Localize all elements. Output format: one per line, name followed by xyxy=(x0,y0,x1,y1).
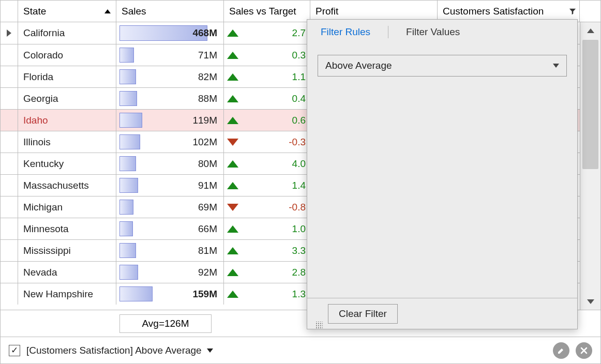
svt-value: 2.7 xyxy=(244,27,306,39)
scroll-thumb[interactable] xyxy=(582,40,598,169)
scroll-up-button[interactable] xyxy=(580,22,600,39)
trend-down-icon xyxy=(227,204,238,211)
state-cell: Minnesota xyxy=(18,218,116,239)
clear-filter-button[interactable] xyxy=(576,342,592,359)
svt-value: 1.1 xyxy=(244,71,306,83)
resize-grip-icon[interactable] xyxy=(315,322,323,329)
sales-cell: 71M xyxy=(116,44,224,66)
state-cell: Colorado xyxy=(18,44,116,66)
state-cell: Nevada xyxy=(18,262,116,283)
sales-bar xyxy=(119,200,133,215)
tab-filter-values[interactable]: Filter Values xyxy=(404,21,462,43)
column-header-sales[interactable]: Sales xyxy=(116,1,224,22)
sales-value: 81M xyxy=(198,245,219,256)
sales-vs-target-cell: 2.8 xyxy=(224,262,310,283)
sales-vs-target-cell: 0.4 xyxy=(224,88,310,109)
expand-cell xyxy=(1,175,18,196)
sales-cell: 102M xyxy=(116,131,224,153)
expand-cell xyxy=(1,196,18,218)
sales-vs-target-cell: 1.1 xyxy=(224,66,310,87)
state-cell: Georgia xyxy=(18,88,116,109)
vertical-scrollbar[interactable] xyxy=(580,22,600,310)
clear-filter-popup-button[interactable]: Clear Filter xyxy=(328,304,398,324)
clear-filter-label: Clear Filter xyxy=(339,308,387,320)
column-header-label: Sales vs Target xyxy=(229,6,296,17)
filter-rule-combobox[interactable]: Above Average xyxy=(318,55,567,77)
sales-cell: 91M xyxy=(116,175,224,196)
trend-up-icon xyxy=(227,160,238,168)
expand-cell xyxy=(1,283,18,305)
sales-bar xyxy=(119,265,138,280)
svt-value: 0.4 xyxy=(244,93,306,104)
sales-bar xyxy=(119,243,136,258)
trend-up-icon xyxy=(227,291,238,298)
expand-cell xyxy=(1,66,18,87)
expand-cell xyxy=(1,88,18,109)
sales-bar xyxy=(119,134,140,149)
app-root: State Sales Sales vs Target Profit Custo… xyxy=(0,0,601,364)
expand-icon xyxy=(7,29,11,37)
trend-up-icon xyxy=(227,29,238,37)
column-header-label: Customers Satisfaction xyxy=(443,6,544,17)
state-cell: Massachusetts xyxy=(18,175,116,196)
sales-vs-target-cell: 4.0 xyxy=(224,153,310,174)
column-header-customers-satisfaction[interactable]: Customers Satisfaction xyxy=(438,1,580,22)
sales-cell: 69M xyxy=(116,196,224,218)
expand-cell xyxy=(1,218,18,239)
filter-expression[interactable]: [Customers Satisfaction] Above Average xyxy=(26,345,547,356)
filter-active-icon[interactable] xyxy=(569,8,576,15)
expand-cell[interactable] xyxy=(1,22,18,44)
sales-bar xyxy=(119,113,142,128)
sales-cell: 88M xyxy=(116,88,224,109)
chevron-down-icon xyxy=(207,348,213,353)
state-cell: California xyxy=(18,22,116,44)
sales-bar xyxy=(119,91,137,106)
sales-bar xyxy=(119,69,136,84)
chevron-down-icon xyxy=(587,299,594,304)
scroll-down-button[interactable] xyxy=(580,293,600,310)
scroll-track[interactable] xyxy=(580,39,600,293)
sales-cell: 119M xyxy=(116,110,224,131)
column-header-label: State xyxy=(23,6,46,17)
sales-bar xyxy=(119,178,138,193)
column-header-sales-vs-target[interactable]: Sales vs Target xyxy=(224,1,310,22)
sales-value: 91M xyxy=(198,180,219,191)
sales-value: 468M xyxy=(192,27,219,39)
sales-vs-target-cell: 3.3 xyxy=(224,240,310,261)
sales-average-box: Avg=126M xyxy=(119,314,212,333)
edit-filter-button[interactable] xyxy=(553,342,569,359)
trend-up-icon xyxy=(227,269,238,276)
sales-vs-target-cell: -0.8 xyxy=(224,196,310,218)
sales-cell: 82M xyxy=(116,66,224,87)
sales-bar xyxy=(119,286,153,301)
pencil-icon xyxy=(557,346,565,355)
filter-bar: [Customers Satisfaction] Above Average xyxy=(1,337,600,363)
scrollbar-header-spacer xyxy=(580,1,600,22)
state-cell: Mississippi xyxy=(18,240,116,261)
state-cell: Michigan xyxy=(18,196,116,218)
column-header-state[interactable]: State xyxy=(18,1,116,22)
svt-value: 1.3 xyxy=(244,289,306,300)
sales-vs-target-cell: 1.3 xyxy=(224,283,310,305)
sales-value: 66M xyxy=(198,223,219,235)
sales-vs-target-cell: 1.4 xyxy=(224,175,310,196)
svt-value: 1.0 xyxy=(244,223,306,235)
sales-vs-target-cell: 0.6 xyxy=(224,110,310,131)
sort-ascending-icon xyxy=(104,9,111,13)
sales-value: 71M xyxy=(198,50,219,61)
trend-up-icon xyxy=(227,182,238,189)
filter-enabled-checkbox[interactable] xyxy=(9,345,20,356)
column-header-profit[interactable]: Profit xyxy=(310,1,438,22)
trend-up-icon xyxy=(227,117,238,124)
tab-filter-rules[interactable]: Filter Rules xyxy=(319,21,372,43)
sales-cell: 81M xyxy=(116,240,224,261)
tab-separator xyxy=(388,26,388,38)
expand-cell xyxy=(1,240,18,261)
sales-bar xyxy=(119,48,134,63)
column-header-label: Sales xyxy=(122,6,146,17)
svt-value: 2.8 xyxy=(244,267,306,278)
trend-up-icon xyxy=(227,225,238,233)
state-cell: Idaho xyxy=(18,110,116,131)
chevron-down-icon xyxy=(553,64,559,68)
sales-vs-target-cell: 1.0 xyxy=(224,218,310,239)
